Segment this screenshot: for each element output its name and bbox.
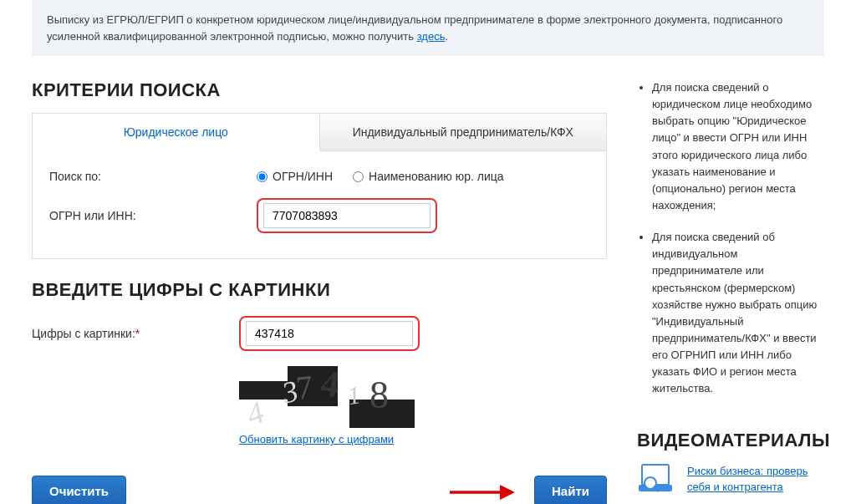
tab-individual-entrepreneur[interactable]: Индивидуальный предприниматель/КФХ [320, 114, 607, 151]
captcha-image: 4 3 7 4 1 8 [239, 366, 415, 428]
captcha-refresh-link[interactable]: Обновить картинку с цифрами [239, 433, 415, 445]
arrow-icon [448, 482, 515, 504]
help-item-legal: Для поиска сведений о юридическом лице н… [652, 79, 830, 214]
info-text-end: . [445, 30, 448, 43]
info-link[interactable]: здесь [417, 30, 446, 43]
help-list: Для поиска сведений о юридическом лице н… [637, 79, 830, 398]
tab-legal-entity[interactable]: Юридическое лицо [33, 114, 320, 151]
ogrn-highlight [257, 198, 437, 233]
radio-by-name[interactable]: Наименованию юр. лица [353, 170, 504, 183]
entity-tabs: Юридическое лицо Индивидуальный предприн… [33, 114, 606, 151]
help-item-individual: Для поиска сведений об индивидуальном пр… [652, 229, 830, 397]
label-captcha: Цифры с картинки:* [32, 327, 239, 340]
clear-button[interactable]: Очистить [32, 476, 126, 504]
label-ogrn-inn: ОГРН или ИНН: [49, 209, 257, 222]
svg-marker-1 [500, 485, 515, 500]
find-button[interactable]: Найти [534, 476, 607, 504]
radio-ogrn-inn-input[interactable] [257, 171, 268, 182]
search-heading: КРИТЕРИИ ПОИСКА [32, 79, 607, 101]
info-text-start: Выписку из ЕГРЮЛ/ЕГРИП о конкретном юрид… [47, 13, 782, 43]
video-link-risks[interactable]: Риски бизнеса: проверь себя и контрагент… [687, 463, 830, 496]
radio-ogrn-inn[interactable]: ОГРН/ИНН [257, 170, 333, 183]
radio-by-name-input[interactable] [353, 171, 364, 182]
captcha-input[interactable] [246, 321, 413, 346]
ogrn-inn-input[interactable] [263, 203, 431, 228]
video-heading: ВИДЕОМАТЕРИАЛЫ [637, 430, 830, 451]
captcha-highlight [239, 316, 420, 351]
search-panel: Юридическое лицо Индивидуальный предприн… [32, 113, 607, 259]
captcha-heading: ВВЕДИТЕ ЦИФРЫ С КАРТИНКИ [32, 279, 607, 301]
info-notice: Выписку из ЕГРЮЛ/ЕГРИП о конкретном юрид… [32, 0, 824, 56]
video-icon [637, 463, 675, 498]
label-search-by: Поиск по: [49, 170, 257, 183]
